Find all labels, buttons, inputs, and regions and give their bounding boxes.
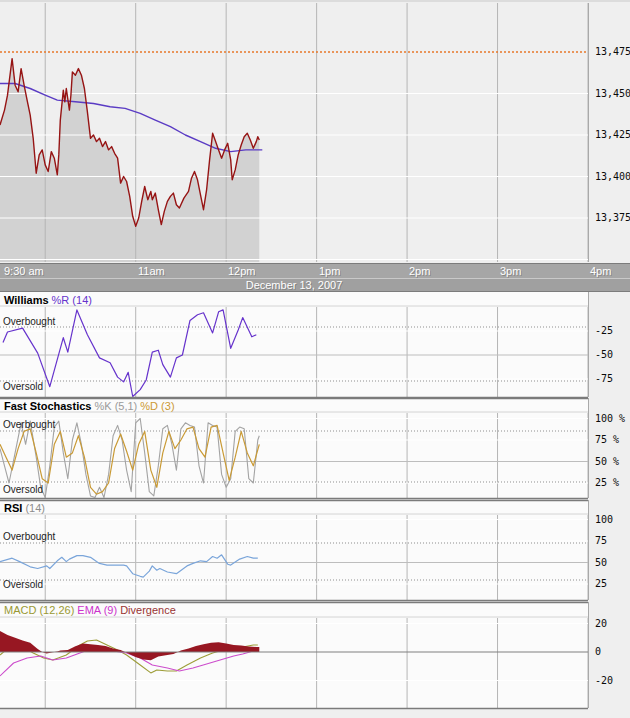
price-axis-label: 13,375 bbox=[595, 212, 630, 223]
stoch-axis-label: 100 % bbox=[595, 413, 625, 424]
rsi-panel-background bbox=[0, 500, 588, 600]
rsi-overbought-label: Overbought bbox=[3, 531, 55, 542]
date-bar: December 13, 2007 bbox=[0, 278, 630, 292]
stochastics-d-params: %D (3) bbox=[140, 400, 174, 412]
macd-axis-label: 20 bbox=[595, 618, 607, 629]
macd-title-divergence: Divergence bbox=[120, 604, 176, 616]
williams-axis-label: -25 bbox=[595, 325, 613, 336]
williams-axis-label: -75 bbox=[595, 373, 613, 384]
stock-chart-page: 9:30 am11am12pm1pm2pm3pm4pm December 13,… bbox=[0, 0, 630, 718]
williams-overbought-label: Overbought bbox=[3, 316, 55, 327]
time-axis-bar: 9:30 am11am12pm1pm2pm3pm4pm bbox=[0, 263, 630, 278]
stochastics-overbought-label: Overbought bbox=[3, 419, 55, 430]
price-axis-label: 13,450 bbox=[595, 88, 630, 99]
time-axis-label: 2pm bbox=[409, 265, 430, 277]
stoch-axis-label: 50 % bbox=[595, 456, 619, 467]
price-axis-label: 13,425 bbox=[595, 129, 630, 140]
time-axis-label: 3pm bbox=[500, 265, 521, 277]
macd-title: MACD (12,26) EMA (9) Divergence bbox=[4, 604, 176, 616]
macd-title-ema: EMA (9) bbox=[77, 604, 117, 616]
price-axis-label: 13,400 bbox=[595, 171, 630, 182]
williams-title: Williams %R (14) bbox=[4, 294, 92, 306]
stochastics-title: Fast Stochastics %K (5,1) %D (3) bbox=[4, 400, 175, 412]
williams-axis-label: -50 bbox=[595, 349, 613, 360]
time-axis-label: 4pm bbox=[590, 265, 611, 277]
macd-axis-label: -20 bbox=[595, 675, 613, 686]
time-axis-label: 9:30 am bbox=[4, 265, 44, 277]
stoch-axis-label: 25 % bbox=[595, 477, 619, 488]
macd-panel-background bbox=[0, 602, 588, 708]
stoch-axis-label: 75 % bbox=[595, 434, 619, 445]
rsi-axis-label: 25 bbox=[595, 578, 607, 589]
time-axis-label: 11am bbox=[138, 265, 165, 277]
williams-title-main: Williams bbox=[4, 294, 49, 306]
price-axis-label: 13,475 bbox=[595, 46, 630, 57]
stochastics-oversold-label: Oversold bbox=[3, 484, 43, 495]
rsi-axis-label: 100 bbox=[595, 514, 613, 525]
rsi-oversold-label: Oversold bbox=[3, 579, 43, 590]
macd-title-macd: MACD (12,26) bbox=[4, 604, 74, 616]
rsi-axis-label: 50 bbox=[595, 557, 607, 568]
time-axis-label: 1pm bbox=[319, 265, 340, 277]
rsi-title-main: RSI bbox=[4, 502, 22, 514]
stochastics-title-main: Fast Stochastics bbox=[4, 400, 91, 412]
date-label: December 13, 2007 bbox=[0, 279, 588, 291]
time-axis-label: 12pm bbox=[228, 265, 256, 277]
macd-axis-label: 0 bbox=[595, 646, 601, 657]
rsi-axis-label: 75 bbox=[595, 535, 607, 546]
williams-title-params: %R (14) bbox=[52, 294, 92, 306]
stochastics-k-params: %K (5,1) bbox=[94, 400, 137, 412]
williams-oversold-label: Oversold bbox=[3, 381, 43, 392]
rsi-title: RSI (14) bbox=[4, 502, 45, 514]
rsi-title-params: (14) bbox=[25, 502, 45, 514]
